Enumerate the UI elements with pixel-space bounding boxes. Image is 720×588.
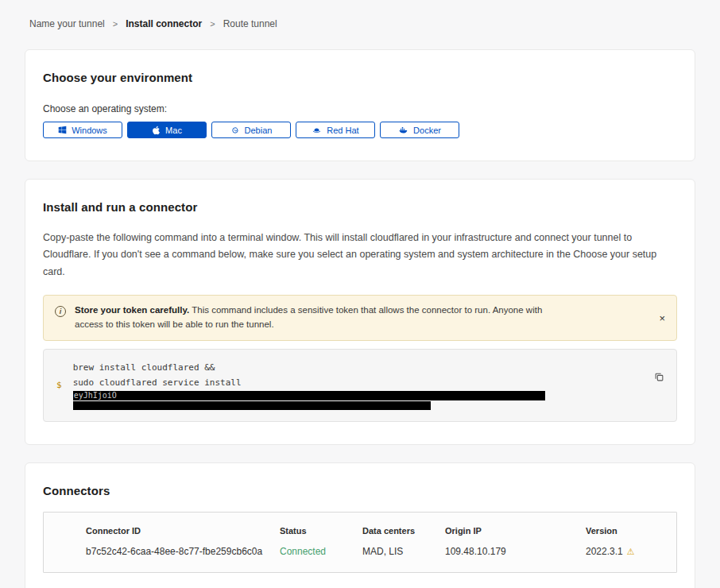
page: Name your tunnel > Install connector > R… [0,0,720,588]
install-command: brew install cloudflared && sudo cloudfl… [73,360,545,410]
redacted-token-line: eyJhIjoiO [73,391,545,400]
command-line-1: brew install cloudflared && [73,360,545,375]
install-card-title: Install and run a connector [43,200,677,214]
environment-card-title: Choose your environment [43,71,677,84]
col-header-data-centers: Data centers [362,526,445,536]
os-button-group: Windows Mac Debian [43,122,677,138]
data-centers-cell: MAD, LIS [362,546,445,557]
col-header-version: Version [586,526,676,536]
connectors-table-header: Connector ID Status Data centers Origin … [86,526,676,536]
breadcrumb-step-install-connector[interactable]: Install connector [126,18,202,29]
token-warning-title: Store your token carefully. [75,305,189,315]
version-cell: 2022.3.1 ⚠ [586,546,676,557]
version-value: 2022.3.1 [586,546,623,557]
connectors-card: Connectors Connector ID Status Data cent… [25,462,695,588]
col-header-origin-ip: Origin IP [445,526,586,536]
os-button-label: Docker [413,126,441,135]
table-row: b7c52c42-6caa-48ee-8c77-fbe259cb6c0a Con… [86,546,676,557]
breadcrumb-step-route-tunnel[interactable]: Route tunnel [223,18,277,29]
environment-card: Choose your environment Choose an operat… [25,49,695,161]
os-button-redhat[interactable]: Red Hat [296,122,375,138]
col-header-connector-id: Connector ID [86,526,280,536]
shell-prompt: $ [56,380,62,390]
copy-icon[interactable] [652,370,666,386]
os-button-debian[interactable]: Debian [211,122,291,138]
breadcrumb: Name your tunnel > Install connector > R… [25,0,695,29]
os-button-label: Mac [165,126,182,135]
install-connector-card: Install and run a connector Copy-paste t… [25,179,695,445]
col-header-status: Status [280,526,362,536]
connectors-card-title: Connectors [43,484,677,497]
breadcrumb-step-name-tunnel[interactable]: Name your tunnel [29,18,105,29]
redhat-icon [312,126,322,135]
version-warning-icon: ⚠ [627,547,635,557]
install-instructions: Copy-paste the following command into a … [43,230,677,280]
os-button-label: Debian [245,126,273,135]
close-icon[interactable]: × [659,313,665,323]
info-icon: i [55,306,66,317]
breadcrumb-separator: > [210,19,215,29]
os-button-docker[interactable]: Docker [380,122,459,138]
os-button-windows[interactable]: Windows [43,122,122,138]
os-button-label: Red Hat [327,126,358,135]
connector-id-cell: b7c52c42-6caa-48ee-8c77-fbe259cb6c0a [86,546,280,557]
origin-ip-cell: 109.48.10.179 [445,546,586,557]
apple-icon [152,126,161,135]
redacted-token-bar [73,401,431,410]
connectors-table: Connector ID Status Data centers Origin … [43,512,677,573]
token-warning-text: Store your token carefully. This command… [75,304,548,332]
os-select-label: Choose an operating system: [43,103,677,114]
docker-icon [398,126,408,135]
status-badge: Connected [280,546,362,557]
windows-icon [58,126,67,134]
debian-icon [230,126,240,135]
os-button-mac[interactable]: Mac [127,122,207,138]
token-prefix: eyJhIjoiO [73,391,117,400]
breadcrumb-separator: > [113,19,118,29]
command-line-2: sudo cloudflared service install [73,375,545,390]
install-command-block[interactable]: $ brew install cloudflared && sudo cloud… [43,349,677,422]
os-button-label: Windows [72,126,107,135]
token-warning-alert: i Store your token carefully. This comma… [43,295,677,342]
